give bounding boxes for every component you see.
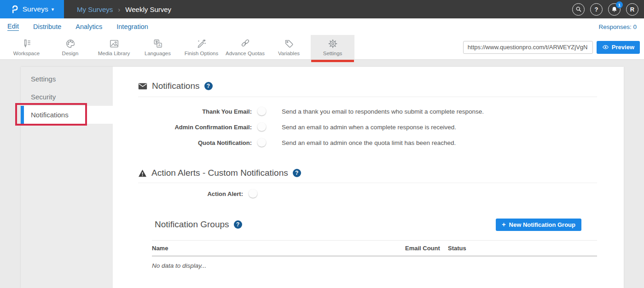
product-label: Surveys [23,5,48,13]
section-title: Notifications [152,81,200,91]
toolbar-item-settings[interactable]: Settings [311,35,354,59]
column-header-name: Name [152,245,405,252]
notification-badge: 1 [616,1,623,8]
advance-quotas-icon [240,39,250,49]
breadcrumb-current: Weekly Survey [125,6,171,13]
topbar-actions: ? 1 R [572,0,644,18]
preview-button[interactable]: Preview [597,41,640,54]
settings-icon [328,39,338,49]
toolbar-label: Languages [145,51,171,56]
design-icon [65,39,75,49]
toggle-label: Action Alert: [138,190,243,197]
variables-icon [284,39,294,49]
toolbar-item-workspace[interactable]: Workspace [5,35,48,59]
toggle-description: Send a thank you email to respondents wh… [282,108,484,115]
content-area: Settings Security Notifications Notifica… [0,60,644,288]
new-notification-group-button[interactable]: + New Notification Group [496,219,581,231]
envelope-icon [138,83,147,90]
plus-icon: + [502,221,505,228]
survey-nav: Edit Distribute Analytics Integration Re… [0,18,644,35]
toolbar-label: Finish Options [185,51,219,56]
eye-icon [602,44,609,50]
toggle-row-admin-confirmation-email: Admin Confirmation Email: Send an email … [138,119,597,135]
sidebar-item-label: Security [31,93,56,101]
section-title: Action Alerts - Custom Notifications [151,168,288,178]
notifications-button[interactable]: 1 [608,3,621,16]
toolbar-label: Media Library [98,51,130,56]
action-alerts-section-header: Action Alerts - Custom Notifications ? [138,168,597,178]
settings-card: Settings Security Notifications Notifica… [21,67,624,288]
nav-tab-distribute[interactable]: Distribute [33,23,61,30]
toggle-label: Admin Confirmation Email: [138,124,252,131]
toolbar-item-variables[interactable]: Variables [267,35,311,59]
toolbar-label: Advance Quotas [226,51,265,56]
finish-options-icon [197,39,207,49]
top-bar: Surveys ▾ My Surveys › Weekly Survey ? 1… [0,0,644,18]
help-icon[interactable]: ? [204,82,213,90]
survey-url-input[interactable] [463,41,593,54]
breadcrumb: My Surveys › Weekly Survey [77,0,171,18]
toolbar-item-finish-options[interactable]: Finish Options [180,35,223,59]
sidebar-item-settings[interactable]: Settings [21,70,113,88]
sidebar-item-label: Settings [31,75,56,83]
toolbar-item-advance-quotas[interactable]: Advance Quotas [223,35,267,59]
toolbar-label: Workspace [13,51,40,56]
notification-groups-table: Name Email Count Status No data to displ… [152,240,597,269]
toolbar-item-media-library[interactable]: Media Library [92,35,136,59]
search-icon [575,6,582,12]
section-title: Notification Groups [155,219,229,230]
sidebar-item-label: Notifications [31,111,69,119]
quota-notification-toggle[interactable] [258,139,273,146]
column-header-email-count: Email Count [405,245,448,252]
toggle-row-action-alert: Action Alert: [138,187,597,201]
sidebar-item-security[interactable]: Security [21,88,113,106]
workspace-icon [22,39,32,49]
action-alert-toggle[interactable] [249,190,265,197]
empty-table-message: No data to display... [152,262,597,269]
toggle-knob [257,122,266,131]
svg-text:A: A [158,43,161,47]
help-icon[interactable]: ? [234,220,242,229]
search-button[interactable] [572,3,585,16]
toggle-row-quota-notification: Quota Notification: Send an email to adm… [138,135,597,150]
sidebar-item-notifications[interactable]: Notifications [21,106,113,124]
question-mark-icon: ? [595,6,598,13]
notification-toggles: Thank You Email: Send a thank you email … [138,104,597,150]
thank-you-email-toggle[interactable] [258,108,273,115]
toolbar-item-design[interactable]: Design [48,35,92,59]
questionpro-logo [10,5,19,14]
divider [138,97,597,97]
avatar-button[interactable]: R [626,3,638,16]
nav-tab-integration[interactable]: Integration [116,23,148,30]
warning-icon [138,169,147,177]
breadcrumb-parent[interactable]: My Surveys [77,6,113,13]
toggle-row-thank-you-email: Thank You Email: Send a thank you email … [138,104,597,119]
toggle-knob [249,189,257,198]
toolbar-item-languages[interactable]: A Languages [136,35,180,59]
settings-sidebar: Settings Security Notifications [21,67,113,288]
nav-tab-analytics[interactable]: Analytics [75,23,102,30]
notification-groups-section-header: Notification Groups ? + New Notification… [138,218,597,231]
divider [138,183,597,183]
chevron-down-icon: ▾ [52,6,54,12]
table-header-row: Name Email Count Status [152,240,597,256]
toggle-label: Thank You Email: [138,108,252,115]
help-icon[interactable]: ? [293,169,301,177]
toggle-description: Send an email to admin when a complete r… [282,124,456,131]
product-switcher[interactable]: Surveys ▾ [0,0,64,18]
nav-tab-edit[interactable]: Edit [7,23,19,31]
avatar-initial: R [630,6,634,13]
media-library-icon [109,39,119,49]
edit-toolbar: Workspace Design Media Library A Languag… [0,35,644,60]
toggle-knob [257,107,266,115]
toggle-description: Send an email to admin once the quota li… [282,139,456,146]
admin-confirmation-email-toggle[interactable] [258,124,273,130]
toggle-knob [257,138,266,147]
active-tab-red-underline [311,60,354,62]
toolbar-label: Settings [323,51,342,56]
help-button[interactable]: ? [590,3,603,16]
responses-count[interactable]: Responses: 0 [598,23,637,30]
toggle-label: Quota Notification: [138,139,252,146]
notifications-panel: Notifications ? Thank You Email: Send a … [113,67,624,288]
preview-label: Preview [612,44,634,51]
